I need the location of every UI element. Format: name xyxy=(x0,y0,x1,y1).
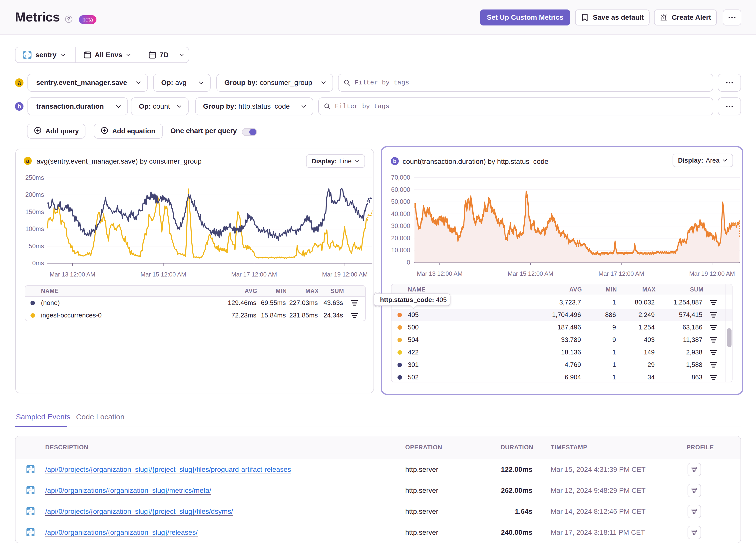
svg-text:Mar 13 12:00 AM: Mar 13 12:00 AM xyxy=(417,270,463,277)
svg-text:Mar 19 12:00 AM: Mar 19 12:00 AM xyxy=(322,271,368,278)
svg-text:60,000: 60,000 xyxy=(391,186,410,193)
svg-text:30,000: 30,000 xyxy=(391,223,410,230)
svg-text:Mar 15 12:00 AM: Mar 15 12:00 AM xyxy=(140,271,186,278)
svg-text:0ms: 0ms xyxy=(32,260,44,267)
svg-text:100ms: 100ms xyxy=(25,225,44,232)
svg-text:Mar 15 12:00 AM: Mar 15 12:00 AM xyxy=(508,270,553,277)
svg-text:Mar 17 12:00 AM: Mar 17 12:00 AM xyxy=(231,271,277,278)
svg-text:150ms: 150ms xyxy=(25,208,44,215)
svg-text:Mar 13 12:00 AM: Mar 13 12:00 AM xyxy=(50,271,95,278)
svg-text:70,000: 70,000 xyxy=(391,174,410,181)
svg-text:20,000: 20,000 xyxy=(391,235,410,242)
svg-text:0: 0 xyxy=(407,259,410,266)
svg-text:200ms: 200ms xyxy=(25,191,44,198)
svg-text:50ms: 50ms xyxy=(29,243,44,250)
svg-text:10,000: 10,000 xyxy=(391,247,410,254)
svg-text:40,000: 40,000 xyxy=(391,210,410,217)
svg-text:Mar 17 12:00 AM: Mar 17 12:00 AM xyxy=(599,270,644,277)
svg-text:Mar 19 12:00 AM: Mar 19 12:00 AM xyxy=(689,270,735,277)
svg-text:250ms: 250ms xyxy=(25,174,44,181)
svg-text:50,000: 50,000 xyxy=(391,198,410,205)
